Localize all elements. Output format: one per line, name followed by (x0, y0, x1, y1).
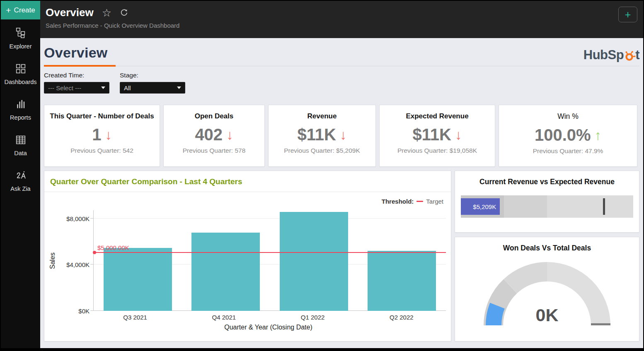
hubspot-logo: HubSp t (583, 48, 639, 66)
x-axis-labels: Q3 2021Q4 2021Q1 2022Q2 2022 (91, 314, 446, 321)
kpi-title: This Quarter - Number of Deals (44, 112, 160, 120)
created-time-filter: Created Time: --- Select --- (44, 72, 109, 94)
sidebar-nav: Explorer Dashboards Reports Data Ask Zia (1, 19, 40, 192)
add-widget-button[interactable]: + (618, 7, 637, 22)
bar-column (182, 210, 270, 311)
gauge-chart: 0K (484, 259, 610, 325)
kpi-card: Revenue $11K ↓ Previous Quarter: $5,209K (268, 105, 376, 167)
x-tick-label: Q4 2021 (179, 314, 268, 321)
right-widgets-column: Current Revenue vs Expected Revenue $5,2… (455, 171, 639, 341)
kpi-title: Win % (499, 112, 637, 121)
kpi-title: Open Deals (164, 112, 264, 120)
create-button-label: Create (14, 6, 35, 14)
y-axis-ticks: $0K$4,000K$8,000K (61, 210, 93, 311)
stage-select[interactable]: All (120, 82, 185, 94)
bar-column (358, 210, 446, 311)
y-axis-title: Sales (44, 210, 61, 311)
favorite-star-icon[interactable]: ☆ (102, 7, 111, 18)
threshold-line (94, 252, 446, 253)
kpi-previous-quarter: Previous Quarter: $19,058K (380, 147, 495, 154)
sidebar-item-reports[interactable]: Reports (1, 98, 40, 121)
legend-threshold-label: Threshold: (382, 198, 414, 205)
bullet-value-label: $5,209K (473, 203, 496, 210)
title-accent-bar (44, 65, 116, 67)
hubspot-logo-text-post: t (635, 48, 639, 63)
sidebar-item-data[interactable]: Data (1, 134, 40, 156)
kpi-previous-quarter: Previous Quarter: 578 (164, 147, 264, 154)
threshold-value-label: $5,000.00K (97, 244, 129, 251)
won-deals-gauge-card: Won Deals Vs Total Deals 0K (455, 237, 639, 341)
data-icon (15, 134, 27, 148)
x-axis-title: Quarter & Year (Closing Date) (91, 324, 446, 331)
created-time-label: Created Time: (44, 72, 109, 79)
stage-filter: Stage: All (120, 72, 185, 94)
sidebar-item-ask-zia[interactable]: Ask Zia (1, 169, 40, 192)
chart-legend: Threshold: Target (44, 198, 443, 205)
charts-row: Quarter Over Quarter Comparison - Last 4… (44, 171, 639, 341)
kpi-value: $11K (298, 125, 336, 144)
chart-head: Quarter Over Quarter Comparison - Last 4… (44, 171, 451, 192)
y-tick-mark (90, 218, 94, 219)
kpi-title: Revenue (269, 112, 375, 120)
stage-value: All (124, 84, 131, 91)
refresh-icon[interactable] (120, 8, 128, 17)
gauge-chart-title: Won Deals Vs Total Deals (461, 244, 633, 252)
dashboards-icon (15, 63, 27, 77)
bar-column (270, 210, 358, 311)
kpi-trend-down-arrow-icon: ↓ (226, 128, 233, 142)
x-tick-label: Q1 2022 (269, 314, 357, 321)
y-tick-label: $8,000K (66, 215, 90, 222)
kpi-value: 402 (195, 125, 223, 144)
main-area: Overview ☆ Sales Performance - Quick Ove… (40, 1, 643, 348)
sidebar-item-explorer[interactable]: Explorer (1, 27, 40, 50)
bar-column (94, 210, 182, 311)
kpi-trend-down-arrow-icon: ↓ (105, 128, 112, 142)
sidebar-item-dashboards[interactable]: Dashboards (1, 63, 40, 85)
kpi-card: Open Deals 402 ↓ Previous Quarter: 578 (163, 105, 265, 167)
dashboard-content: Overview HubSp t (40, 38, 643, 348)
chevron-down-icon (177, 87, 181, 89)
x-tick-label: Q2 2022 (357, 314, 446, 321)
bar-q4-2021[interactable] (191, 233, 260, 311)
page-head: Overview HubSp t (44, 38, 639, 66)
bar-q1-2022[interactable] (280, 212, 348, 311)
y-tick-label: $0K (78, 308, 90, 315)
sidebar: + Create Explorer Dashboards Reports Dat… (1, 1, 40, 348)
bars (94, 210, 446, 311)
kpi-card: Expected Revenue $11K ↓ Previous Quarter… (379, 105, 495, 167)
kpi-previous-quarter: Previous Quarter: 542 (44, 147, 160, 154)
filters-bar: Created Time: --- Select --- Stage: All (44, 72, 639, 94)
bar-q3-2021[interactable] (104, 248, 172, 311)
window-title: Overview (46, 6, 94, 19)
x-tick-label: Q3 2021 (91, 314, 179, 321)
revenue-bullet-card: Current Revenue vs Expected Revenue $5,2… (455, 171, 639, 233)
ask-zia-icon (15, 169, 27, 183)
create-button[interactable]: + Create (1, 1, 40, 19)
page-title: Overview (44, 45, 108, 66)
app-window: + Create Explorer Dashboards Reports Dat… (0, 0, 644, 351)
explorer-icon (15, 27, 27, 41)
kpi-value: 1 (92, 125, 101, 144)
y-tick-label: $4,000K (66, 261, 90, 268)
kpi-title: Expected Revenue (380, 112, 495, 120)
dashboard-subtitle: Sales Performance - Quick Overview Dashb… (46, 22, 179, 29)
reports-icon (15, 98, 27, 112)
plot-wrap: Sales $0K$4,000K$8,000K $5,000.00K (44, 210, 451, 311)
chart-title: Quarter Over Quarter Comparison - Last 4… (50, 177, 242, 186)
created-time-value: --- Select --- (48, 84, 81, 91)
legend-target-swatch (416, 201, 423, 202)
kpi-value: 100.0% (535, 126, 591, 144)
kpi-trend-up-arrow-icon: ↑ (595, 128, 602, 142)
kpi-previous-quarter: Previous Quarter: 47.9% (499, 147, 637, 155)
bar-q2-2022[interactable] (368, 251, 436, 311)
kpi-card: This Quarter - Number of Deals 1 ↓ Previ… (44, 105, 160, 167)
top-header-left: Overview ☆ Sales Performance - Quick Ove… (46, 1, 179, 38)
kpi-trend-down-arrow-icon: ↓ (340, 128, 347, 142)
created-time-select[interactable]: --- Select --- (44, 82, 109, 94)
plus-icon: + (6, 6, 11, 14)
legend-target-entry: Target (426, 198, 443, 205)
hubspot-sprocket-icon (623, 50, 636, 62)
bullet-chart: $5,209K (461, 195, 633, 218)
bullet-band (504, 195, 547, 218)
bullet-value-bar[interactable]: $5,209K (461, 198, 500, 215)
